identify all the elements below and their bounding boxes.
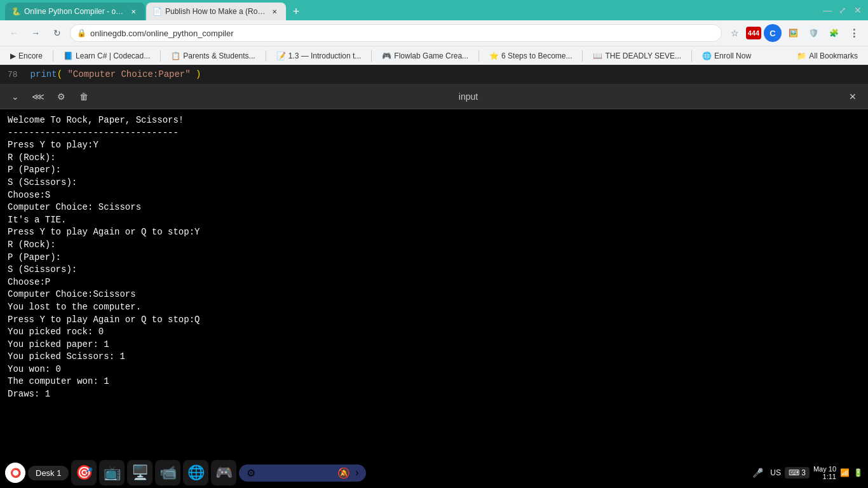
taskbar-mic-button[interactable]: 🎤 (749, 464, 766, 482)
bookmark-6steps[interactable]: ⭐ 6 Steps to Become... (484, 50, 577, 62)
taskbar-app4-icon: 📹 (159, 464, 177, 481)
browser-top-bar: 🐍 Online Python Compiler - onlin... ✕ 📄 … (0, 0, 868, 20)
tab2-favicon: 📄 (153, 7, 161, 16)
bookmark-parents[interactable]: 📋 Parents & Students... (166, 50, 260, 62)
bookmark-star-button[interactable]: ☆ (726, 24, 743, 42)
terminal-line: Computer Choice:Scissors (8, 288, 860, 301)
terminal-title: input (99, 92, 837, 102)
launcher-icon: ⭕ (10, 468, 21, 478)
tab1-title: Online Python Compiler - onlin... (24, 7, 125, 16)
terminal-line: Choose:S (8, 189, 860, 202)
taskbar-right: 🎤 US ⌨ 3 May 10 1:11 📶 🔋 (749, 464, 863, 482)
bookmark-intro[interactable]: 📝 1.3 — Introduction t... (271, 50, 367, 62)
taskbar-search-box[interactable]: ⚙ 🔕 › (239, 464, 366, 482)
taskbar-app-2[interactable]: 📺 (99, 460, 125, 485)
taskbar: ⭕ Desk 1 🎯 📺 🖥️ 📹 🌐 🎮 ⚙ 🔕 › 🎤 US ⌨ 3 May… (0, 458, 868, 488)
terminal-line: Press Y to play Again or Q to stop:Q (8, 314, 860, 327)
bookmark-flowlab-icon: 🎮 (382, 51, 391, 60)
menu-button[interactable]: ⋮ (845, 24, 863, 42)
terminal-line: It's a TIE. (8, 214, 860, 227)
taskbar-chrome[interactable]: 🌐 (183, 460, 208, 485)
terminal-line: -------------------------------- (8, 127, 860, 140)
bookmark-sep-3 (266, 50, 266, 62)
bookmarks-right: 📁 All Bookmarks (792, 50, 863, 62)
all-bookmarks-label: All Bookmarks (809, 51, 858, 60)
bookmark-encore-icon: ▶ (10, 51, 16, 60)
window-close-button[interactable]: ✕ (853, 5, 863, 15)
taskbar-search-gear-icon: ⚙ (247, 467, 255, 479)
window-controls: — ⤢ ✕ (822, 5, 863, 15)
taskbar-app-6[interactable]: 🎮 (211, 460, 236, 485)
terminal-line: P (Paper): (8, 252, 860, 264)
tabs-area: 🐍 Online Python Compiler - onlin... ✕ 📄 … (5, 0, 305, 20)
extension-puzzle-button[interactable]: 🧩 (825, 24, 843, 42)
terminal-line: S (Scissors): (8, 177, 860, 189)
bookmarks-folder-icon: 📁 (797, 51, 806, 60)
url-display: onlinegdb.com/online_python_compiler (90, 29, 715, 38)
desk-label[interactable]: Desk 1 (28, 466, 69, 480)
bookmark-6steps-label: 6 Steps to Become... (501, 51, 572, 60)
taskbar-keyboard-button[interactable]: ⌨ 3 (785, 467, 810, 478)
taskbar-app-4[interactable]: 📹 (155, 460, 180, 485)
taskbar-app1-icon: 🎯 (76, 464, 93, 481)
main-content: 78 print ( "Computer Choice:Paper" ) ⌄ ⋘… (0, 65, 868, 488)
bookmark-parents-label: Parents & Students... (183, 51, 255, 60)
terminal-line: P (Paper): (8, 164, 860, 177)
extension-img-button[interactable]: 🖼️ (784, 24, 802, 42)
terminal-line: You won: 0 (8, 363, 860, 376)
new-tab-button[interactable]: + (287, 3, 305, 20)
bookmarks-bar: ▶ Encore 📘 Learn C# | Codecad... 📋 Paren… (0, 46, 868, 65)
terminal-line: Press Y to play:Y (8, 139, 860, 152)
bookmark-encore[interactable]: ▶ Encore (5, 50, 48, 62)
bookmark-codecad[interactable]: 📘 Learn C# | Codecad... (58, 50, 155, 62)
terminal-close-button[interactable]: ✕ (845, 89, 860, 104)
taskbar-app-3[interactable]: 🖥️ (127, 460, 153, 485)
reload-button[interactable]: ↻ (48, 24, 66, 42)
window-minimize-button[interactable]: — (822, 5, 832, 15)
bookmark-deadly[interactable]: 📖 THE DEADLY SEVE... (588, 50, 686, 62)
tab2-close-button[interactable]: ✕ (269, 6, 280, 17)
taskbar-app2-icon: 📺 (104, 464, 121, 481)
taskbar-app-1[interactable]: 🎯 (71, 460, 97, 485)
bookmark-sep-6 (582, 50, 583, 62)
browser-tab-2[interactable]: 📄 Publish How to Make a (Rock... ✕ (146, 3, 286, 20)
terminal-output[interactable]: Welcome To Rock, Paper, Scissors!-------… (0, 109, 868, 488)
terminal-settings-button[interactable]: ⚙ (53, 89, 69, 104)
tab2-title: Publish How to Make a (Rock... (165, 7, 266, 16)
extension-444-button[interactable]: 444 (746, 27, 761, 39)
tab1-close-button[interactable]: ✕ (128, 6, 139, 17)
bookmark-parents-icon: 📋 (171, 51, 180, 60)
taskbar-clock[interactable]: May 10 1:11 (813, 465, 836, 480)
terminal-section: ⌄ ⋘ ⚙ 🗑 input ✕ Welcome To Rock, Paper, … (0, 84, 868, 488)
terminal-line: R (Rock): (8, 152, 860, 165)
window-maximize-button[interactable]: ⤢ (837, 5, 848, 15)
terminal-toolbar: ⌄ ⋘ ⚙ 🗑 input ✕ (0, 84, 868, 109)
bookmark-flowlab[interactable]: 🎮 Flowlab Game Crea... (377, 50, 473, 62)
browser-tab-1[interactable]: 🐍 Online Python Compiler - onlin... ✕ (5, 3, 145, 20)
bookmark-sep-5 (478, 50, 479, 62)
taskbar-wifi-icon: 📶 (840, 468, 850, 477)
terminal-line: Computer Choice: Scissors (8, 201, 860, 214)
terminal-line: You picked paper: 1 (8, 339, 860, 351)
taskbar-search-arrow: › (355, 467, 358, 478)
extension-c-button[interactable]: C (764, 24, 782, 42)
terminal-line: You lost to the computer. (8, 301, 860, 314)
back-button[interactable]: ← (5, 24, 23, 42)
tab1-favicon: 🐍 (11, 7, 20, 16)
bookmark-encore-label: Encore (18, 51, 43, 60)
forward-button[interactable]: → (27, 24, 44, 42)
bookmark-deadly-label: THE DEADLY SEVE... (605, 51, 681, 60)
toolbar-actions: ☆ 444 C 🖼️ 🛡️ 🧩 ⋮ (726, 24, 863, 42)
terminal-expand-button[interactable]: ⋘ (31, 89, 46, 104)
code-open-paren: ( (57, 69, 62, 79)
extension-shield-button[interactable]: 🛡️ (804, 24, 822, 42)
address-bar[interactable]: 🔒 onlinegdb.com/online_python_compiler (70, 24, 722, 42)
lock-icon: 🔒 (77, 29, 86, 37)
all-bookmarks-button[interactable]: 📁 All Bookmarks (792, 50, 863, 62)
bookmark-enroll[interactable]: 🌐 Enroll Now (697, 50, 756, 62)
terminal-line: You picked rock: 0 (8, 326, 860, 339)
terminal-clear-button[interactable]: 🗑 (76, 89, 92, 104)
taskbar-launcher-button[interactable]: ⭕ (5, 463, 25, 483)
terminal-collapse-button[interactable]: ⌄ (8, 89, 23, 104)
taskbar-app3-icon: 🖥️ (132, 464, 149, 481)
